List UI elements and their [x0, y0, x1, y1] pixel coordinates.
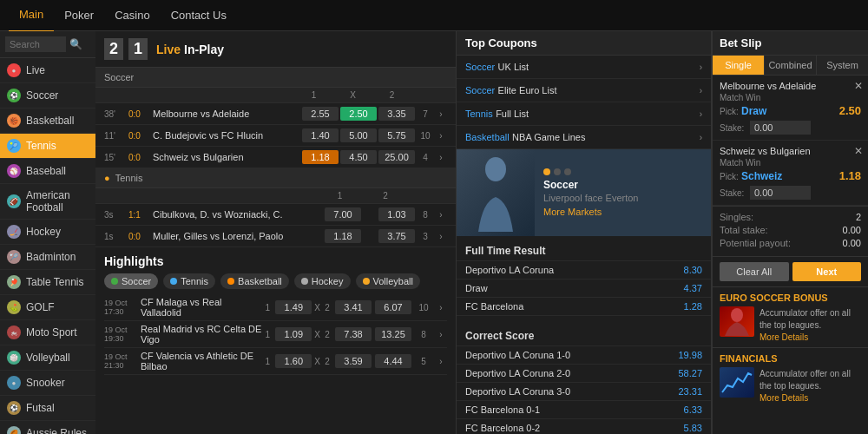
- match-arrow[interactable]: ›: [435, 210, 447, 220]
- odd2-button[interactable]: 3.35: [378, 107, 415, 121]
- filter-tennis[interactable]: Tennis: [163, 273, 215, 289]
- sidebar-item-snooker[interactable]: ● Snooker: [0, 371, 95, 396]
- tab-single[interactable]: Single: [713, 56, 765, 75]
- sidebar-item-basketball[interactable]: 🏀 Basketball: [0, 108, 95, 134]
- financials-section: FINANCIALS Accumulator offer on all the …: [713, 347, 868, 408]
- odd1-button[interactable]: 2.55: [302, 107, 339, 121]
- sidebar-item-label: Tennis: [26, 140, 56, 152]
- odd1-button[interactable]: 1.40: [302, 128, 339, 142]
- nav-casino[interactable]: Casino: [104, 0, 160, 31]
- nav-contact[interactable]: Contact Us: [161, 0, 237, 31]
- search-input[interactable]: [5, 36, 66, 52]
- sidebar-item-hockey[interactable]: 🏒 Hockey: [0, 220, 95, 245]
- odd2-button[interactable]: 25.00: [378, 150, 415, 164]
- hl-arrow[interactable]: ›: [435, 303, 447, 312]
- match-teams: Schweiz vs Bulgarien: [153, 152, 301, 162]
- hl-odd1[interactable]: 1.49: [275, 300, 312, 314]
- coupon-arrow: ›: [700, 62, 702, 72]
- sidebar-item-live[interactable]: ● Live: [0, 58, 95, 83]
- coupon-soccer-uk[interactable]: Soccer UK List ›: [457, 56, 711, 79]
- coupon-soccer-elite[interactable]: Soccer Elite Euro List ›: [457, 79, 711, 102]
- filter-soccer[interactable]: Soccer: [104, 273, 158, 289]
- match-arrow[interactable]: ›: [435, 131, 447, 141]
- odd2-button[interactable]: 5.75: [378, 128, 415, 142]
- sidebar-item-american-football[interactable]: 🏈 American Football: [0, 184, 95, 220]
- hl-odd2[interactable]: 7.38: [335, 327, 372, 341]
- result-odd[interactable]: 6.33: [684, 404, 702, 415]
- sidebar-item-volleyball[interactable]: 🏐 Volleyball: [0, 345, 95, 371]
- filter-volleyball[interactable]: Volleyball: [356, 273, 420, 289]
- hl-odd2[interactable]: 3.59: [335, 354, 372, 368]
- oddx-button[interactable]: 2.50: [340, 107, 377, 121]
- result-team: FC Barcelona 0-1: [465, 404, 540, 415]
- nav-main[interactable]: Main: [9, 0, 54, 32]
- next-button[interactable]: Next: [792, 262, 862, 281]
- result-odd[interactable]: 4.37: [684, 283, 702, 293]
- hl-arrow[interactable]: ›: [435, 357, 447, 366]
- odd2-button[interactable]: 3.75: [378, 229, 415, 243]
- financials-more-details[interactable]: More Details: [760, 393, 861, 403]
- coupon-basketball-nba[interactable]: Basketball NBA Game Lines ›: [457, 126, 711, 149]
- live-score-1: 2: [104, 38, 123, 60]
- banner-sport: Soccer: [543, 179, 702, 191]
- coupon-tennis-full[interactable]: Tennis Full List ›: [457, 102, 711, 126]
- tab-combined[interactable]: Combined: [765, 56, 817, 75]
- odd1-button[interactable]: 1.18: [302, 150, 339, 164]
- coupon-arrow: ›: [700, 133, 702, 142]
- result-odd[interactable]: 8.30: [684, 265, 702, 275]
- sidebar-item-futsal[interactable]: ⚽ Futsal: [0, 396, 95, 421]
- match-arrow[interactable]: ›: [435, 232, 447, 241]
- tab-system[interactable]: System: [817, 56, 868, 75]
- coupon-label: Soccer Elite Euro List: [465, 84, 556, 96]
- sidebar-item-tennis[interactable]: 🎾 Tennis: [0, 134, 95, 159]
- sidebar-item-baseball[interactable]: ⚾ Baseball: [0, 159, 95, 184]
- nav-poker[interactable]: Poker: [54, 0, 104, 31]
- sidebar-item-label: Live: [26, 64, 45, 76]
- hl-extra: 8: [414, 330, 433, 339]
- filter-basketball[interactable]: Basketball: [220, 273, 289, 289]
- stake-input-1[interactable]: [750, 121, 811, 135]
- match-time: 38': [104, 109, 128, 119]
- hl-odd1[interactable]: 1.09: [275, 327, 312, 341]
- american-football-icon: 🏈: [7, 194, 21, 208]
- hl-odd2[interactable]: 3.41: [335, 300, 372, 314]
- result-odd[interactable]: 23.31: [678, 386, 702, 397]
- sidebar-item-aussie[interactable]: 🏉 Aussie Rules: [0, 421, 95, 434]
- correct-score-title: Correct Score: [457, 326, 711, 346]
- sidebar-item-badminton[interactable]: 🏸 Badminton: [0, 245, 95, 270]
- hl-odd3[interactable]: 6.07: [375, 300, 411, 314]
- hl-odd3[interactable]: 13.25: [375, 327, 411, 341]
- search-icon[interactable]: 🔍: [69, 38, 82, 50]
- result-odd[interactable]: 58.27: [678, 368, 702, 378]
- result-team: FC Barcelona: [465, 301, 523, 312]
- sidebar-item-soccer[interactable]: ⚽ Soccer: [0, 83, 95, 108]
- odd1-button[interactable]: 7.00: [325, 207, 361, 221]
- banner-more-markets[interactable]: More Markets: [543, 207, 702, 217]
- result-row: Deportivo LA Coruna 2-0 58.27: [457, 365, 711, 383]
- close-bet-2[interactable]: ✕: [854, 145, 863, 157]
- hl-teams: CF Valencia vs Athletic DE Bilbao: [141, 351, 262, 372]
- result-odd[interactable]: 5.83: [684, 423, 702, 433]
- hl-odd3[interactable]: 4.44: [375, 354, 411, 368]
- match-arrow[interactable]: ›: [435, 109, 447, 119]
- sidebar-item-moto[interactable]: 🏍 Moto Sport: [0, 320, 95, 345]
- oddx-button[interactable]: 4.50: [340, 150, 377, 164]
- tennis-match-row: 3s 1:1 Cibulkova, D. vs Wozniacki, C. 7.…: [95, 204, 456, 226]
- stake-input-2[interactable]: [750, 186, 811, 200]
- filter-hockey[interactable]: Hockey: [294, 273, 351, 289]
- odd1-button[interactable]: 1.18: [325, 229, 361, 243]
- hl-odd1[interactable]: 1.60: [275, 354, 312, 368]
- filter-label: Tennis: [181, 276, 208, 286]
- hl-arrow[interactable]: ›: [435, 330, 447, 339]
- highlight-match-row: 19 Oct 19:30 Real Madrid vs RC Celta DE …: [104, 321, 447, 348]
- odd2-button[interactable]: 1.03: [378, 207, 415, 221]
- sidebar-item-table-tennis[interactable]: 🏓 Table Tennis: [0, 270, 95, 295]
- result-odd[interactable]: 1.28: [684, 301, 702, 312]
- clear-all-button[interactable]: Clear All: [720, 262, 789, 281]
- match-arrow[interactable]: ›: [435, 153, 447, 162]
- close-bet-1[interactable]: ✕: [854, 80, 863, 92]
- sidebar-item-golf[interactable]: ⛳ GOLF: [0, 295, 95, 320]
- bonus-more-details[interactable]: More Details: [760, 332, 861, 342]
- oddx-button[interactable]: 5.00: [340, 128, 377, 142]
- result-odd[interactable]: 19.98: [678, 350, 702, 360]
